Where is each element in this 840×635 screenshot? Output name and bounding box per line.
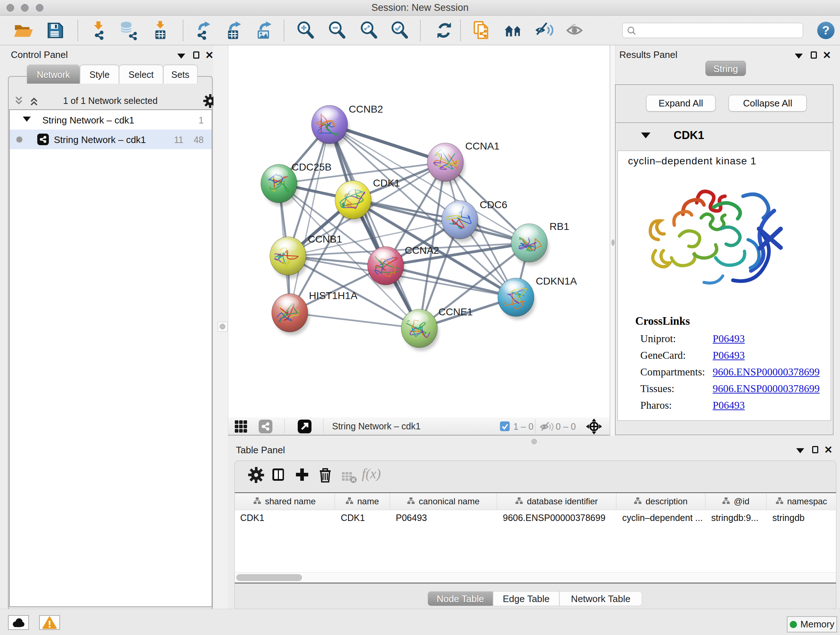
collapse-panel-icon[interactable]	[177, 54, 185, 59]
float-panel-icon[interactable]	[811, 51, 817, 59]
collection-count: 1	[199, 115, 204, 126]
zoom-fit-icon[interactable]	[359, 21, 379, 40]
svg-text:CDK1[interactable]: CDK1	[373, 177, 400, 188]
splitter-grip-icon[interactable]	[611, 239, 615, 246]
hidden-eye-icon	[539, 420, 554, 434]
collapse-panel-icon[interactable]	[795, 54, 803, 59]
close-panel-icon[interactable]: ✕	[824, 447, 832, 454]
open-session-icon[interactable]	[13, 21, 33, 40]
collection-expand-icon[interactable]	[23, 117, 31, 122]
svg-text:CCNB1[interactable]: CCNB1	[308, 233, 342, 245]
zoom-selected-icon[interactable]	[390, 21, 409, 40]
table-options-gear-icon[interactable]	[248, 467, 264, 485]
tab-sets[interactable]: Sets	[163, 65, 197, 84]
refresh-view-icon[interactable]	[435, 21, 455, 40]
column-type-icon	[634, 496, 642, 507]
hide-selection-icon[interactable]	[535, 21, 554, 40]
cloud-button[interactable]	[8, 615, 29, 630]
crosslink-value[interactable]: 9606.ENSP00000378699	[713, 383, 820, 394]
column-header-namespac[interactable]: namespac	[767, 493, 836, 510]
expand-all-button[interactable]: Expand All	[646, 95, 715, 111]
entry-collapse-icon[interactable]	[641, 133, 651, 138]
close-panel-icon[interactable]: ✕	[205, 52, 213, 59]
horizontal-splitter-grip[interactable]	[531, 439, 537, 444]
control-panel-tabs: NetworkStyleSelectSets	[27, 65, 197, 84]
birdseye-grid-icon[interactable]	[235, 420, 247, 434]
tab-network[interactable]: Network	[27, 65, 80, 84]
memory-button[interactable]: Memory	[787, 616, 837, 632]
svg-text:CCNE1[interactable]: CCNE1	[439, 306, 473, 318]
float-panel-icon[interactable]	[193, 51, 199, 59]
svg-text:CCNA1[interactable]: CCNA1	[465, 141, 500, 152]
network-row-selected[interactable]: String Network – cdk1 11 48	[10, 130, 212, 149]
add-column-icon[interactable]	[294, 467, 309, 484]
status-bar: Memory	[0, 609, 840, 635]
table-toolbar: f(x)	[234, 463, 836, 492]
import-table-from-file-icon[interactable]	[151, 21, 171, 40]
column-header-description[interactable]: description	[616, 493, 706, 510]
zoom-out-icon[interactable]	[327, 21, 347, 40]
svg-text:RB1[interactable]: RB1	[549, 221, 569, 232]
clone-network-icon[interactable]	[472, 21, 492, 40]
tab-node-table[interactable]: Node Table	[428, 591, 493, 606]
column-header--id[interactable]: @id	[706, 493, 767, 510]
network-type-icon	[37, 134, 49, 147]
column-header-shared-name[interactable]: shared name	[234, 493, 335, 510]
export-network-icon[interactable]	[193, 21, 212, 40]
tab-network-table[interactable]: Network Table	[559, 591, 642, 606]
show-columns-icon[interactable]	[271, 467, 286, 484]
column-header-database-identifier[interactable]: database identifier	[497, 493, 616, 510]
svg-text:CCNB2[interactable]: CCNB2	[349, 103, 383, 115]
crosslink-value[interactable]: P06493	[713, 349, 745, 361]
close-panel-icon[interactable]: ✕	[823, 52, 831, 59]
svg-text:CDC6[interactable]: CDC6	[480, 199, 507, 211]
import-network-from-file-icon[interactable]	[88, 21, 108, 40]
tab-style[interactable]: Style	[80, 65, 119, 84]
column-header-name[interactable]: name	[335, 493, 390, 510]
table-header-row: shared namenamecanonical namedatabase id…	[235, 493, 836, 510]
svg-text:CDKN1A[interactable]: CDKN1A	[536, 276, 577, 287]
tab-edge-table[interactable]: Edge Table	[493, 591, 559, 606]
delete-column-icon[interactable]	[317, 467, 333, 485]
memory-label: Memory	[801, 619, 835, 630]
export-table-icon[interactable]	[224, 21, 243, 40]
network-canvas[interactable]: CCNB2CCNA1CDC25BCDK1CDC6RB1CCNB1CCNA2CDK…	[228, 45, 610, 417]
open-external-icon[interactable]	[298, 420, 311, 435]
zoom-in-icon[interactable]	[296, 21, 316, 40]
tab-select[interactable]: Select	[119, 65, 163, 84]
fit-selected-crosshair-icon[interactable]	[586, 418, 602, 436]
selected-checkbox[interactable]	[500, 421, 510, 431]
function-builder-icon: f(x)	[362, 466, 381, 481]
collapse-panel-icon[interactable]	[796, 448, 804, 453]
svg-text:CDC25B[interactable]: CDC25B	[292, 162, 332, 173]
show-all-networks-icon[interactable]	[504, 21, 523, 40]
save-session-icon[interactable]	[46, 21, 65, 40]
results-tab-string[interactable]: String	[706, 61, 746, 76]
scrollbar-thumb[interactable]	[236, 574, 302, 581]
crosslink-row: Tissues:9606.ENSP00000378699	[640, 383, 821, 399]
results-entry-header[interactable]: CDK1	[616, 123, 833, 149]
left-splitter[interactable]	[213, 45, 228, 609]
delete-table-icon	[341, 470, 357, 485]
network-status-dot	[16, 136, 22, 143]
network-collection-row[interactable]: String Network – cdk1 1	[10, 110, 212, 130]
network-share-icon[interactable]	[259, 420, 272, 435]
svg-text:HIST1H1A[interactable]: HIST1H1A	[309, 290, 357, 301]
warnings-button[interactable]	[39, 615, 60, 630]
table-horizontal-scrollbar[interactable]	[235, 572, 836, 583]
crosslink-value[interactable]: 9606.ENSP00000378699	[713, 366, 820, 378]
svg-text:CCNA2[interactable]: CCNA2	[405, 245, 439, 256]
crosslink-value[interactable]: P06493	[713, 333, 745, 345]
splitter-grip-icon[interactable]	[219, 324, 225, 329]
table-cell: cyclin–dependent ...	[622, 513, 704, 523]
collapse-all-button[interactable]: Collapse All	[729, 95, 807, 111]
float-panel-icon[interactable]	[812, 446, 818, 453]
show-selection-icon[interactable]	[565, 21, 585, 40]
export-image-icon[interactable]	[254, 21, 273, 40]
help-icon[interactable]: ?	[816, 21, 836, 40]
crosslink-value[interactable]: P06493	[713, 399, 745, 411]
import-network-from-database-icon[interactable]	[119, 21, 139, 40]
search-input[interactable]	[622, 23, 803, 38]
crosslink-row: Compartments:9606.ENSP00000378699	[640, 366, 821, 383]
column-header-canonical-name[interactable]: canonical name	[390, 493, 497, 510]
